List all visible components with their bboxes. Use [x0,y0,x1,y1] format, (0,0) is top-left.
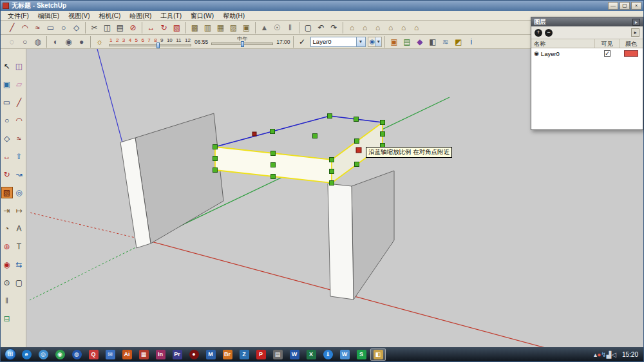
erase-button[interactable]: ⊘ [127,22,139,33]
style-xray-button[interactable]: ◌ [6,36,18,48]
shadows-toggle-button[interactable]: ◩ [452,36,464,48]
tool-zoom[interactable]: ⊙ [1,277,13,289]
taskbar-mail-button[interactable]: ✉ [102,348,118,361]
solid-intersect-button[interactable]: ▨ [227,22,240,33]
style-hidden-line-button[interactable]: ◍ [32,36,44,48]
taskbar-qq-button[interactable]: Q [86,348,101,361]
styles-button[interactable]: ◧ [426,36,439,48]
scale-grip[interactable] [330,158,334,162]
style-wireframe-button[interactable]: ○ [19,36,31,48]
scale-grip[interactable] [328,114,332,119]
solid-subtract-button[interactable]: ▥ [202,22,214,33]
taskbar-stock-button[interactable]: S [354,348,369,361]
materials-button[interactable]: ▤ [401,36,413,48]
tool-freehand[interactable]: ≈ [14,133,25,144]
scale-grip[interactable] [271,163,276,167]
components-button[interactable]: ◆ [413,36,426,48]
scale-grip[interactable] [355,139,359,144]
scale-grip[interactable] [213,168,218,173]
taskbar-sketchup-doc-button[interactable]: ▦ [136,348,151,361]
polygon-button[interactable]: ◇ [70,22,82,33]
close-button[interactable]: × [631,2,641,10]
taskbar-premiere-button[interactable]: Pr [169,348,185,361]
solid-union-button[interactable]: ▩ [189,22,201,33]
style-textured-button[interactable]: ◉ [62,36,75,48]
tool-section-plane[interactable]: ⊟ [1,313,13,325]
tool-circle[interactable]: ○ [1,115,13,126]
scale-grip[interactable] [330,169,334,174]
view-back-button[interactable]: ⌂ [410,22,422,33]
tool-protractor[interactable]: ◔ [1,223,13,234]
menu-item-2[interactable]: 视图(V) [64,11,94,21]
tool-arc[interactable]: ◠ [14,115,25,126]
fog-button[interactable]: ≋ [439,36,451,48]
scale-grip[interactable] [271,175,276,179]
layer-manager-button[interactable]: ◉ ▾ [368,37,383,47]
look-around-button[interactable]: ☉ [271,22,283,33]
tool-text[interactable]: A [14,223,25,234]
menu-item-0[interactable]: 文件(F) [3,11,33,21]
tool-move[interactable]: ↔ [1,151,13,162]
panel-menu-button[interactable]: ▸ [632,19,640,26]
arc-button[interactable]: ◠ [19,22,31,33]
column-visible[interactable]: 可见 [595,39,620,48]
solid-trim-button[interactable]: ▦ [214,22,227,33]
menu-item-6[interactable]: 窗口(W) [186,11,218,21]
volume-icon[interactable]: ◁ [611,351,616,358]
match-photo-button[interactable]: ▣ [388,36,400,48]
column-color[interactable]: 颜色 [620,39,643,48]
remove-layer-button[interactable]: − [545,29,553,37]
taskbar-sketchup-button[interactable]: ◧ [370,348,386,361]
start-button[interactable]: ⊞ [2,347,19,361]
scale-grip[interactable] [213,157,218,161]
chevron-down-icon[interactable]: ▾ [356,37,365,46]
copy-button[interactable]: ◫ [101,22,113,33]
previous-view-button[interactable]: ↶ [315,22,327,33]
tool-select[interactable]: ↖ [1,61,13,72]
line-button[interactable]: ╱ [6,22,18,33]
scale-grip[interactable] [381,132,385,137]
taskbar-recorder-button[interactable]: ● [186,348,202,361]
time-slider-track[interactable] [211,43,273,45]
taskbar-notepad-button[interactable]: ▤ [270,348,285,361]
scale-grip[interactable] [355,162,359,167]
layer-details-button[interactable]: ▸ [631,28,639,37]
titlebar[interactable]: 无标题 - SketchUp — ▢ × [1,1,643,11]
shadow-time-slider[interactable]: 中午 [211,36,273,48]
chevron-down-icon[interactable]: ▾ [375,37,381,46]
taskbar-zoom-app-button[interactable]: Z [236,348,252,361]
layer-select[interactable]: Layer0 ▾ [310,37,366,47]
rectangle-button[interactable]: ▭ [44,22,57,33]
taskbar-word-button[interactable]: W [287,348,302,361]
tool-tape-measure[interactable]: ⇥ [1,205,13,216]
scale-grip[interactable] [313,134,317,138]
tool-push-pull[interactable]: ⇧ [14,151,25,162]
scale-grip[interactable] [354,117,359,122]
taskbar-illustrator-button[interactable]: Ai [119,348,135,361]
menu-item-3[interactable]: 相机(C) [94,11,125,21]
taskbar-compass-button[interactable]: ◍ [69,348,84,361]
taskbar-pdf-button[interactable]: P [253,348,269,361]
shadow-date-slider[interactable]: 123456789101112 [109,37,191,46]
cut-button[interactable]: ✂ [88,22,100,33]
view-top-button[interactable]: ⌂ [359,22,371,33]
scale-grip[interactable] [330,181,334,186]
menu-item-1[interactable]: 编辑(E) [33,11,64,21]
tool-3d-text[interactable]: T [14,241,25,252]
scale-grip[interactable] [381,120,385,125]
freehand-button[interactable]: ≈ [32,22,44,33]
date-slider-track[interactable] [109,44,191,46]
scale-about-point[interactable] [252,132,256,136]
tool-rectangle[interactable]: ▭ [1,97,13,108]
scale-grip-active[interactable] [356,148,361,153]
model-info-button[interactable]: i [465,36,477,48]
add-layer-button[interactable]: + [535,29,542,37]
layers-panel-titlebar[interactable]: 图层 ▸ [531,17,643,26]
tool-walk[interactable]: ‖ [1,295,13,307]
view-iso-button[interactable]: ⌂ [346,22,358,33]
position-camera-button[interactable]: ▲ [258,22,270,33]
layer-radio[interactable]: ◉ [534,50,539,57]
taskbar-thunder-button[interactable]: ⇓ [320,348,336,361]
tool-polygon[interactable]: ◇ [1,133,13,144]
scale-grip[interactable] [271,151,276,156]
